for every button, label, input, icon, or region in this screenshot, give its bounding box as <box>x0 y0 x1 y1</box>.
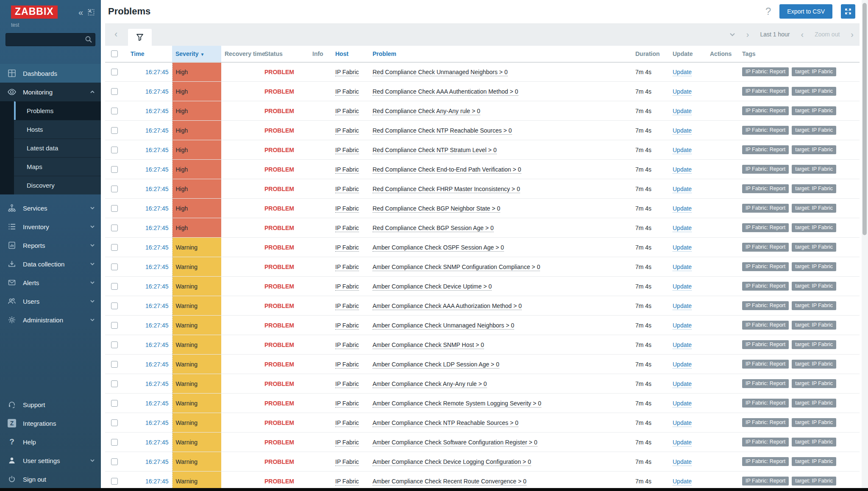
row-checkbox[interactable] <box>111 244 118 251</box>
tag-badge[interactable]: target: IP Fabric <box>792 340 836 349</box>
row-checkbox[interactable] <box>111 400 118 407</box>
problem-link[interactable]: Amber Compliance Check SNMP Host > 0 <box>373 341 484 349</box>
host-link[interactable]: IP Fabric <box>335 361 359 369</box>
row-checkbox[interactable] <box>111 380 118 387</box>
tag-badge[interactable]: IP Fabric: Report <box>742 477 789 485</box>
status-cell[interactable]: PROBLEM <box>261 199 309 218</box>
tag-badge[interactable]: target: IP Fabric <box>792 262 836 271</box>
tag-badge[interactable]: IP Fabric: Report <box>742 301 789 310</box>
sidebar-item-alerts[interactable]: Alerts <box>0 273 101 292</box>
tag-badge[interactable]: target: IP Fabric <box>792 379 836 388</box>
tag-badge[interactable]: IP Fabric: Report <box>742 87 789 96</box>
problem-link[interactable]: Amber Compliance Check Remote System Log… <box>373 400 541 408</box>
update-link[interactable]: Update <box>673 439 692 447</box>
update-link[interactable]: Update <box>673 225 692 232</box>
column-host[interactable]: Host <box>332 46 369 62</box>
host-link[interactable]: IP Fabric <box>335 439 359 447</box>
problem-link[interactable]: Amber Compliance Check Any-Any rule > 0 <box>373 380 487 388</box>
problem-time[interactable]: 16:27:45 <box>127 101 172 121</box>
chevron-left-icon[interactable]: ‹ <box>105 30 117 39</box>
row-checkbox[interactable] <box>111 341 118 348</box>
status-cell[interactable]: PROBLEM <box>261 257 309 277</box>
tag-badge[interactable]: IP Fabric: Report <box>742 418 789 427</box>
tag-badge[interactable]: IP Fabric: Report <box>742 126 789 135</box>
filter-tab[interactable] <box>128 29 152 46</box>
time-forward-icon[interactable]: › <box>851 30 854 39</box>
host-link[interactable]: IP Fabric <box>335 322 359 330</box>
problem-time[interactable]: 16:27:45 <box>127 121 172 140</box>
problem-time[interactable]: 16:27:45 <box>127 140 172 160</box>
problem-time[interactable]: 16:27:45 <box>127 355 172 374</box>
row-checkbox[interactable] <box>111 69 118 75</box>
sidebar-item-monitoring[interactable]: Monitoring <box>0 83 101 101</box>
problem-time[interactable]: 16:27:45 <box>127 62 172 82</box>
time-back-icon[interactable]: ‹ <box>801 30 804 39</box>
tag-badge[interactable]: IP Fabric: Report <box>742 457 789 466</box>
sidebar-item-services[interactable]: Services <box>0 199 101 217</box>
tag-badge[interactable]: target: IP Fabric <box>792 418 836 427</box>
sidebar-item-help[interactable]: ? Help <box>0 433 101 451</box>
status-cell[interactable]: PROBLEM <box>261 238 309 257</box>
sidebar-item-inventory[interactable]: Inventory <box>0 217 101 236</box>
host-link[interactable]: IP Fabric <box>335 380 359 388</box>
tag-badge[interactable]: target: IP Fabric <box>792 126 836 135</box>
host-link[interactable]: IP Fabric <box>335 302 359 310</box>
tag-badge[interactable]: IP Fabric: Report <box>742 204 789 213</box>
update-link[interactable]: Update <box>673 419 692 427</box>
problem-time[interactable]: 16:27:45 <box>127 277 172 296</box>
problem-time[interactable]: 16:27:45 <box>127 413 172 433</box>
update-link[interactable]: Update <box>673 322 692 330</box>
status-cell[interactable]: PROBLEM <box>261 140 309 160</box>
host-link[interactable]: IP Fabric <box>335 478 359 485</box>
row-checkbox[interactable] <box>111 439 118 446</box>
tag-badge[interactable]: IP Fabric: Report <box>742 399 789 408</box>
host-link[interactable]: IP Fabric <box>335 88 359 96</box>
export-csv-button[interactable]: Export to CSV <box>779 4 832 19</box>
tag-badge[interactable]: target: IP Fabric <box>792 360 836 369</box>
problem-link[interactable]: Amber Compliance Check Device Uptime > 0 <box>373 283 492 291</box>
host-link[interactable]: IP Fabric <box>335 186 359 193</box>
tag-badge[interactable]: target: IP Fabric <box>792 457 836 466</box>
sidebar-item-support[interactable]: Support <box>0 395 101 414</box>
update-link[interactable]: Update <box>673 264 692 271</box>
sidebar-item-data-collection[interactable]: Data collection <box>0 255 101 273</box>
host-link[interactable]: IP Fabric <box>335 264 359 271</box>
update-link[interactable]: Update <box>673 478 692 485</box>
sidebar-item-hosts[interactable]: Hosts <box>14 120 101 139</box>
scrollbar-thumb[interactable] <box>862 3 867 235</box>
problem-link[interactable]: Amber Compliance Check AAA Authorization… <box>373 302 522 310</box>
search-icon[interactable] <box>85 36 92 43</box>
row-checkbox[interactable] <box>111 361 118 368</box>
status-cell[interactable]: PROBLEM <box>261 335 309 355</box>
problem-time[interactable]: 16:27:45 <box>127 374 172 394</box>
status-cell[interactable]: PROBLEM <box>261 82 309 101</box>
host-link[interactable]: IP Fabric <box>335 283 359 291</box>
row-checkbox[interactable] <box>111 147 118 153</box>
sidebar-collapse-icon[interactable]: « <box>78 8 82 17</box>
tag-badge[interactable]: IP Fabric: Report <box>742 321 789 330</box>
host-link[interactable]: IP Fabric <box>335 400 359 408</box>
tag-badge[interactable]: IP Fabric: Report <box>742 67 789 76</box>
problem-link[interactable]: Red Compliance Check Any-Any rule > 0 <box>373 108 480 115</box>
update-link[interactable]: Update <box>673 127 692 135</box>
row-checkbox[interactable] <box>111 478 118 485</box>
status-cell[interactable]: PROBLEM <box>261 277 309 296</box>
sidebar-item-administration[interactable]: Administration <box>0 311 101 329</box>
sidebar-item-dashboards[interactable]: Dashboards <box>0 64 101 83</box>
problem-time[interactable]: 16:27:45 <box>127 433 172 452</box>
status-cell[interactable]: PROBLEM <box>261 296 309 316</box>
problem-link[interactable]: Amber Compliance Check Recent Route Conv… <box>373 478 526 485</box>
problem-link[interactable]: Amber Compliance Check LDP Session Age >… <box>373 361 499 369</box>
status-cell[interactable]: PROBLEM <box>261 62 309 82</box>
tag-badge[interactable]: IP Fabric: Report <box>742 145 789 154</box>
chevron-down-icon[interactable] <box>729 33 735 36</box>
problem-time[interactable]: 16:27:45 <box>127 179 172 199</box>
tag-badge[interactable]: IP Fabric: Report <box>742 360 789 369</box>
row-checkbox[interactable] <box>111 302 118 309</box>
problem-link[interactable]: Amber Compliance Check SNMP Configuratio… <box>373 264 540 271</box>
sidebar-item-latest-data[interactable]: Latest data <box>14 139 101 157</box>
vertical-scrollbar[interactable] <box>862 0 868 491</box>
problem-time[interactable]: 16:27:45 <box>127 218 172 238</box>
sidebar-hide-icon[interactable] <box>87 8 95 16</box>
update-link[interactable]: Update <box>673 283 692 291</box>
